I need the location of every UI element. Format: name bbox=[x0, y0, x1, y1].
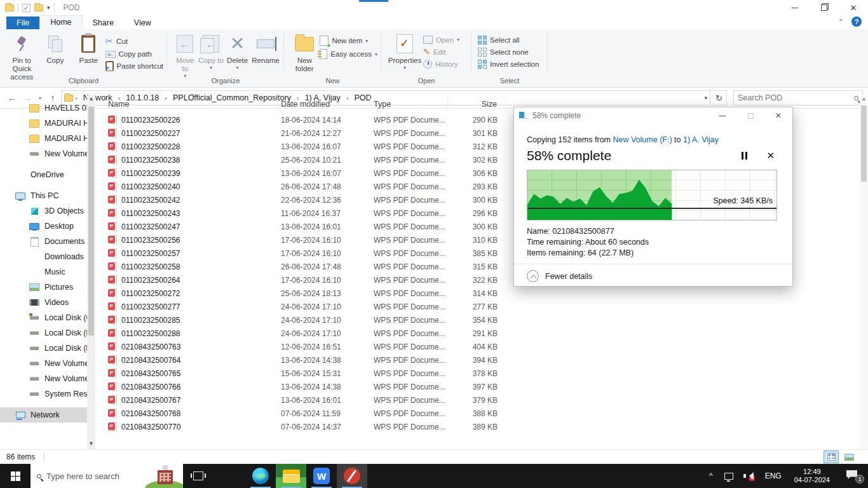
sidebar-item[interactable]: New Volume (G:) bbox=[0, 371, 95, 386]
file-row[interactable]: P02108432500768 07-06-2024 11:59 WPS PDF… bbox=[105, 407, 868, 420]
rename-button[interactable]: Rename bbox=[251, 32, 280, 65]
edit-button[interactable]: ✎Edit bbox=[423, 47, 459, 57]
tab-share[interactable]: Share bbox=[83, 17, 124, 29]
cut-button[interactable]: ✂Cut bbox=[105, 36, 164, 47]
file-row[interactable]: P01100232500272 25-06-2024 18:13 WPS PDF… bbox=[105, 287, 868, 300]
folder-icon[interactable] bbox=[34, 4, 43, 11]
open-button[interactable]: Open▾ bbox=[423, 36, 459, 44]
file-row[interactable]: P02108432500770 07-06-2024 14:37 WPS PDF… bbox=[105, 420, 868, 433]
invert-selection-button[interactable]: Invert selection bbox=[478, 60, 539, 69]
notification-center-button[interactable]: 1 bbox=[845, 468, 864, 484]
restore-button[interactable] bbox=[810, 0, 839, 15]
copy-path-button[interactable]: w..Copy path bbox=[105, 50, 164, 58]
hidden-icons-chevron-icon[interactable]: ^ bbox=[704, 471, 718, 480]
column-header-name[interactable]: Name bbox=[105, 98, 278, 111]
file-row[interactable]: P02108432500765 15-06-2024 15:31 WPS PDF… bbox=[105, 367, 868, 380]
move-to-button[interactable]: Move to▾ bbox=[172, 32, 198, 79]
new-folder-button[interactable]: New folder bbox=[289, 32, 320, 73]
copy-to-button[interactable]: Copy to▾ bbox=[198, 32, 224, 71]
copy-button[interactable]: Copy bbox=[39, 32, 72, 65]
close-button[interactable]: ✕ bbox=[839, 0, 868, 15]
history-button[interactable]: History bbox=[423, 60, 459, 69]
help-icon[interactable]: ? bbox=[851, 17, 862, 27]
wps-pdf-taskbar-button[interactable] bbox=[337, 464, 367, 488]
file-row[interactable]: P01100232500285 24-06-2024 17:10 WPS PDF… bbox=[105, 313, 868, 327]
thumbnails-view-button[interactable] bbox=[841, 451, 857, 463]
minimize-button[interactable] bbox=[780, 0, 810, 15]
start-button[interactable] bbox=[0, 464, 31, 488]
sidebar-item[interactable]: New Volume (F:) bbox=[0, 146, 95, 161]
task-view-button[interactable] bbox=[183, 464, 214, 488]
taskbar-search-input[interactable] bbox=[46, 471, 135, 481]
paste-shortcut-button[interactable]: Paste shortcut bbox=[105, 61, 164, 71]
sidebar-item[interactable]: Downloads bbox=[0, 249, 95, 264]
clock[interactable]: 12:49 04-07-2024 bbox=[789, 468, 835, 484]
scrollbar-thumb[interactable] bbox=[88, 107, 94, 336]
folder-icon[interactable] bbox=[5, 4, 14, 11]
dialog-maximize-button[interactable] bbox=[736, 107, 764, 124]
file-explorer-taskbar-button[interactable] bbox=[276, 464, 306, 488]
dialog-close-button[interactable]: ✕ bbox=[764, 107, 792, 124]
sidebar-item[interactable]: Desktop bbox=[0, 219, 95, 234]
file-row[interactable]: P01100232500288 24-06-2024 17:10 WPS PDF… bbox=[105, 327, 868, 340]
qat-customize-caret-icon[interactable]: ▾ bbox=[47, 4, 50, 11]
sidebar-item[interactable]: System Reserved bbox=[0, 386, 95, 402]
tab-home[interactable]: Home bbox=[39, 15, 82, 29]
fewer-details-toggle[interactable]: Fewer details bbox=[527, 270, 592, 282]
volume-muted-icon[interactable]: ✕ bbox=[743, 471, 754, 480]
edge-taskbar-button[interactable] bbox=[245, 464, 276, 488]
file-row[interactable]: P02108432500767 13-06-2024 16:01 WPS PDF… bbox=[105, 393, 868, 407]
sidebar-item[interactable]: Local Disk (E:) bbox=[0, 341, 95, 356]
details-view-button[interactable] bbox=[824, 451, 839, 463]
sidebar-item[interactable]: Local Disk (C:) bbox=[0, 310, 95, 325]
tab-file[interactable]: File bbox=[6, 17, 39, 29]
column-header-type[interactable]: Type bbox=[370, 98, 448, 111]
column-header-size[interactable]: Size bbox=[448, 98, 506, 111]
tab-view[interactable]: View bbox=[124, 17, 161, 29]
wps-office-taskbar-button[interactable]: W bbox=[306, 464, 337, 488]
sidebar-item[interactable]: Network bbox=[0, 407, 87, 423]
pin-to-quick-access-button[interactable]: Pin to Quick access bbox=[5, 32, 39, 82]
sidebar-item[interactable]: MADURAI HUB bbox=[0, 116, 95, 131]
properties-button[interactable]: Properties▾ bbox=[386, 32, 423, 71]
sidebar-item[interactable]: 3D Objects bbox=[0, 203, 95, 219]
language-indicator[interactable]: ENG bbox=[760, 471, 787, 480]
paste-button[interactable]: Paste bbox=[72, 32, 105, 65]
file-list-scrollbar[interactable]: ▲ bbox=[860, 95, 868, 449]
scroll-down-icon[interactable]: ▼ bbox=[87, 440, 95, 449]
sidebar-item[interactable]: This PC bbox=[0, 188, 95, 203]
column-header-date-modified[interactable]: Date modified bbox=[278, 98, 370, 111]
search-highlight-image[interactable] bbox=[147, 464, 183, 488]
source-link[interactable]: New Volume (F:) bbox=[613, 135, 672, 144]
properties-check-icon[interactable]: ✓ bbox=[22, 4, 31, 12]
destination-link[interactable]: 1) A. Vijay bbox=[683, 135, 719, 144]
scroll-up-icon[interactable]: ▲ bbox=[860, 96, 868, 104]
file-row[interactable]: P02108432500766 13-06-2024 14:38 WPS PDF… bbox=[105, 380, 868, 393]
new-item-button[interactable]: New item▾ bbox=[320, 36, 377, 46]
sort-ascending-icon[interactable]: ⌃ bbox=[191, 93, 196, 99]
select-all-button[interactable]: Select all bbox=[478, 36, 539, 44]
sidebar-item[interactable]: Videos bbox=[0, 295, 95, 310]
sidebar-item[interactable]: MADURAI HUB - bbox=[0, 131, 95, 146]
cancel-copy-button[interactable]: ✕ bbox=[766, 150, 775, 161]
pause-button[interactable] bbox=[742, 152, 747, 159]
sidebar-item[interactable]: OneDrive bbox=[0, 167, 95, 182]
sidebar-item[interactable]: Pictures bbox=[0, 280, 95, 295]
file-row[interactable]: P01100232500277 24-06-2024 17:10 WPS PDF… bbox=[105, 300, 868, 313]
scroll-up-icon[interactable]: ▲ bbox=[87, 95, 95, 104]
easy-access-button[interactable]: Easy access▾ bbox=[320, 49, 377, 59]
scrollbar-thumb[interactable] bbox=[861, 105, 867, 182]
sidebar-item[interactable]: New Volume (F:) bbox=[0, 356, 95, 371]
sidebar-item[interactable]: HAVELLS 03.07.2 bbox=[0, 100, 95, 116]
delete-button[interactable]: ✕ Delete▾ bbox=[224, 32, 251, 71]
dialog-minimize-button[interactable] bbox=[709, 107, 736, 124]
sidebar-scrollbar[interactable]: ▲ ▼ bbox=[87, 95, 95, 449]
sidebar-item[interactable]: Documents bbox=[0, 234, 95, 249]
taskbar-search[interactable] bbox=[31, 464, 183, 488]
sidebar-item[interactable]: Local Disk (D:) bbox=[0, 325, 95, 341]
file-row[interactable]: P02108432500764 13-06-2024 14:38 WPS PDF… bbox=[105, 353, 868, 367]
collapse-ribbon-icon[interactable]: ⌃ bbox=[838, 18, 844, 26]
file-row[interactable]: P02108432500763 12-06-2024 16:51 WPS PDF… bbox=[105, 340, 868, 353]
sidebar-item[interactable]: Music bbox=[0, 264, 95, 280]
select-none-button[interactable]: Select none bbox=[478, 48, 539, 57]
